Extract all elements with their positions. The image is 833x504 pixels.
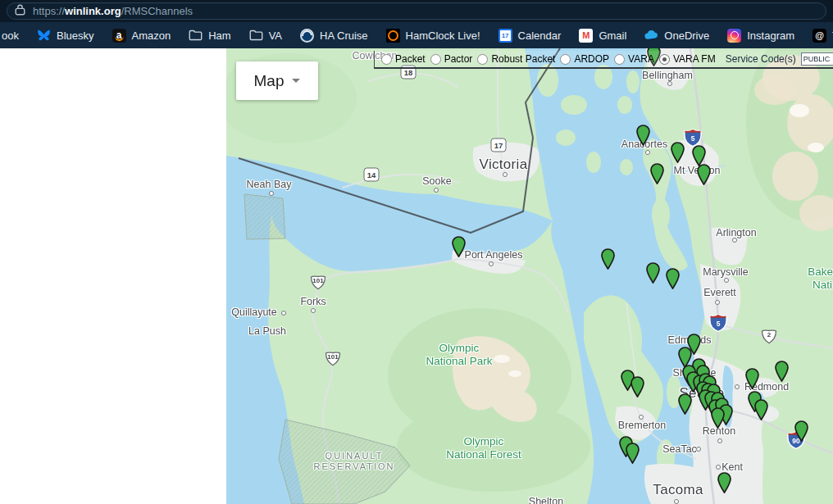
town-dot: [735, 384, 740, 389]
lock-icon: [15, 4, 25, 19]
bookmark-va[interactable]: VA: [240, 29, 291, 43]
rms-station-marker[interactable]: [666, 268, 680, 293]
bookmark-threads[interactable]: @Threads: [803, 29, 833, 43]
label-olympic-national-park: OlympicNational Park: [426, 342, 492, 368]
rms-station-marker[interactable]: [754, 399, 768, 424]
label-tacoma: Tacoma: [653, 482, 703, 498]
town-dot: [639, 415, 644, 420]
town-dot: [311, 308, 316, 313]
bookmark-label: Bluesky: [57, 30, 94, 42]
radio-icon[interactable]: [477, 54, 488, 65]
bookmark-ook[interactable]: ook: [0, 30, 28, 42]
folder-icon: [189, 29, 203, 43]
label-shelton: Shelton: [529, 496, 563, 504]
bookmark-label: OneDrive: [664, 30, 709, 42]
rms-station-marker[interactable]: [650, 163, 664, 188]
bookmark-label: Amazon: [132, 30, 171, 42]
bookmark-ham[interactable]: Ham: [180, 29, 239, 43]
route-shield-5: 5: [684, 129, 702, 147]
town-dot: [696, 447, 701, 452]
bookmark-onedrive[interactable]: OneDrive: [635, 29, 718, 43]
mode-ardop[interactable]: ARDOP: [560, 53, 609, 65]
label-victoria: Victoria: [480, 157, 528, 173]
rms-station-marker[interactable]: [745, 368, 759, 393]
label-sooke: Sooke: [422, 175, 451, 188]
bookmarks-bar: ookBlueskyaAmazonHamVAHA CruiseHamClock …: [0, 22, 833, 48]
rms-station-marker[interactable]: [717, 472, 731, 497]
map-canvas[interactable]: CowichanBellinghamAnacortesMt VernonArli…: [226, 48, 833, 504]
map-type-button[interactable]: Map: [236, 61, 318, 100]
hamclock-icon: [386, 29, 400, 43]
rms-station-marker[interactable]: [794, 420, 808, 445]
town-dot: [503, 172, 508, 177]
mode-radios: PacketPactorRobust PacketARDOPVARAVARA F…: [381, 53, 716, 65]
bookmark-label: HamClock Live!: [406, 30, 480, 42]
bookmark-label: Ham: [208, 30, 230, 42]
radio-icon[interactable]: [560, 54, 571, 65]
label-baker-national: BakerNati: [808, 266, 833, 292]
bookmark-label: Calendar: [518, 30, 562, 42]
town-dot: [715, 300, 720, 305]
rms-station-marker[interactable]: [646, 262, 660, 287]
bookmark-gmail[interactable]: MGmail: [570, 29, 635, 43]
bookmark-calendar[interactable]: 17Calendar: [489, 29, 571, 43]
mode-packet[interactable]: Packet: [381, 53, 426, 65]
bookmark-ha-cruise[interactable]: HA Cruise: [291, 29, 377, 43]
route-shield-17: 17: [491, 138, 507, 152]
label-marysville: Marysville: [703, 266, 749, 279]
hacruise-icon: [300, 29, 314, 43]
label-everett: Everett: [703, 287, 736, 299]
label-quillayute: Quillayute: [231, 306, 277, 319]
url-text[interactable]: https://winlink.org/RMSChannels: [33, 5, 193, 17]
map-type-label: Map: [254, 72, 284, 90]
rms-station-marker[interactable]: [775, 361, 789, 385]
label-forks: Forks: [300, 296, 325, 308]
rms-station-marker[interactable]: [678, 393, 692, 418]
rms-station-marker[interactable]: [626, 443, 640, 467]
rms-station-marker[interactable]: [630, 376, 644, 401]
radio-icon[interactable]: [659, 54, 670, 65]
threads-icon: @: [813, 29, 826, 43]
service-codes-input[interactable]: [801, 52, 833, 66]
mode-label: ARDOP: [574, 53, 609, 65]
bookmark-hamclock-live-[interactable]: HamClock Live!: [377, 29, 489, 43]
town-dot: [645, 150, 650, 155]
instagram-icon: [727, 29, 741, 43]
mode-robust-packet[interactable]: Robust Packet: [477, 53, 555, 65]
radio-icon[interactable]: [381, 54, 392, 65]
mode-vara[interactable]: VARA: [614, 53, 654, 65]
label-bellingham: Bellingham: [642, 70, 693, 82]
rms-station-marker[interactable]: [636, 125, 650, 149]
bookmark-label: Instagram: [747, 30, 794, 42]
route-shield-5: 5: [709, 314, 727, 332]
label-la-push: La Push: [248, 325, 286, 338]
mode-label: Robust Packet: [491, 53, 555, 65]
radio-icon[interactable]: [430, 54, 441, 65]
rms-station-marker[interactable]: [711, 407, 725, 432]
town-dot: [674, 499, 679, 504]
town-dot: [281, 311, 286, 316]
radio-icon[interactable]: [614, 54, 625, 65]
town-dot: [716, 465, 721, 470]
service-codes-label: Service Code(s): [726, 53, 796, 65]
chevron-down-icon: [292, 79, 300, 83]
amazon-icon: a: [112, 29, 126, 43]
rms-station-marker[interactable]: [601, 248, 615, 273]
rms-station-marker[interactable]: [671, 142, 685, 166]
route-shield-101: 101: [309, 273, 327, 291]
address-bar[interactable]: https://winlink.org/RMSChannels: [7, 2, 826, 20]
town-dot: [269, 191, 274, 196]
left-blank-panel: [0, 48, 226, 504]
mode-filter-bar: PacketPactorRobust PacketARDOPVARAVARA F…: [374, 51, 833, 69]
bookmark-label: VA: [269, 30, 282, 42]
rms-station-marker[interactable]: [452, 236, 466, 261]
bookmark-amazon[interactable]: aAmazon: [103, 29, 180, 43]
route-shield-101: 101: [324, 349, 342, 367]
mode-vara-fm[interactable]: VARA FM: [659, 53, 716, 65]
mode-pactor[interactable]: Pactor: [430, 53, 473, 65]
folder-icon: [249, 29, 263, 43]
bookmark-instagram[interactable]: Instagram: [718, 29, 803, 43]
bookmark-bluesky[interactable]: Bluesky: [28, 29, 103, 43]
rms-station-marker[interactable]: [697, 164, 711, 188]
label-olympic-national-forest: OlympicNational Forest: [446, 435, 521, 461]
